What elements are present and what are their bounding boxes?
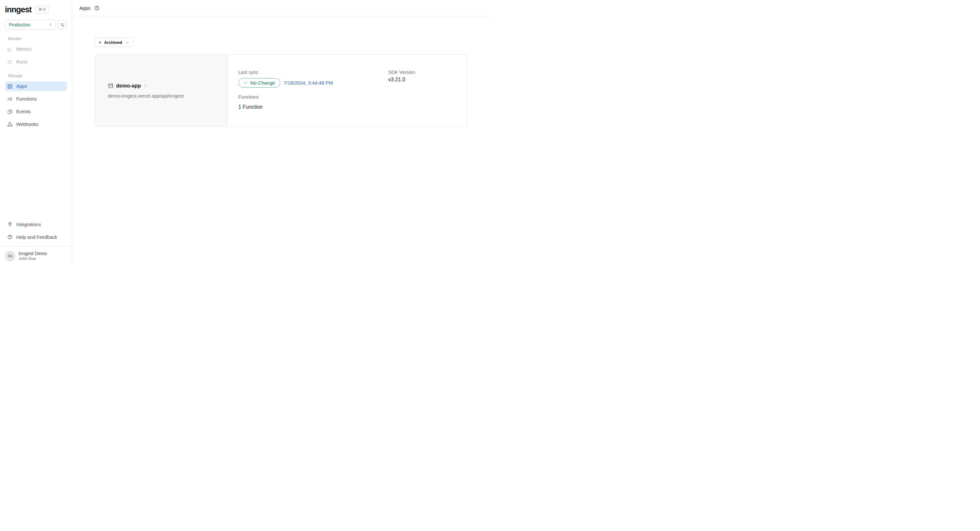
sync-time-link[interactable]: 7/18/2024, 3:44:48 PM: [283, 80, 333, 86]
last-sync-label: Last sync: [238, 70, 388, 75]
sidebar-item-runs[interactable]: Runs: [5, 57, 67, 67]
runs-list-icon: [7, 59, 13, 65]
sidebar-item-label: Apps: [16, 84, 27, 89]
sidebar-item-webhooks[interactable]: Webhooks: [5, 120, 67, 129]
archive-filter-value: Archived: [104, 40, 122, 45]
sliders-icon: [60, 22, 65, 27]
last-sync-value: No Change 7/18/2024, 3:44:48 PM: [238, 78, 388, 88]
sidebar-item-label: Runs: [16, 59, 27, 64]
webhook-icon: [7, 122, 13, 127]
help-circle-icon[interactable]: [94, 5, 100, 11]
environment-select[interactable]: Production: [5, 20, 56, 30]
app-card-details: Last sync SDK Version No Change 7/18/202…: [228, 55, 467, 127]
nav-section-manage-label: Manage: [8, 73, 67, 78]
grid-shapes-icon: [7, 84, 13, 89]
archive-filter-dropdown[interactable]: Archived: [95, 38, 134, 47]
sidebar-item-label: Functions: [16, 96, 37, 102]
chevron-right-icon: [143, 84, 148, 88]
sidebar-item-functions[interactable]: Functions: [5, 94, 67, 104]
status-dot-icon: [99, 41, 101, 44]
chevron-down-icon: [125, 40, 129, 45]
user-name: John Doe: [19, 257, 47, 262]
nav-section-monitor-label: Monitor: [8, 37, 67, 41]
sidebar-item-label: Metrics: [16, 46, 32, 52]
page-title: Apps: [80, 5, 91, 11]
app-url: demo-inngest.vercel.app/api/inngest: [108, 93, 228, 99]
main-area: Apps Archived: [72, 0, 490, 266]
function-list-icon: [7, 96, 13, 102]
sidebar-item-metrics[interactable]: Metrics: [5, 44, 67, 54]
check-icon: [243, 81, 248, 85]
logo-row: inngest ⌘ K: [5, 5, 67, 14]
sidebar-item-integrations[interactable]: Integrations: [5, 220, 67, 230]
apps-content: Archived demo-app: [72, 16, 490, 127]
help-circle-icon: [7, 234, 13, 240]
sidebar-footer: Integrations Help and Feedback IN Innges…: [5, 220, 67, 262]
environment-select-value: Production: [9, 22, 30, 27]
app-meta-grid: Last sync SDK Version No Change 7/18/202…: [238, 70, 467, 88]
app-box-icon: [108, 83, 113, 88]
sidebar-item-label: Help and Feedback: [16, 234, 57, 240]
sdk-version-value: v3.21.0: [388, 75, 467, 88]
command-k-shortcut[interactable]: ⌘ K: [35, 6, 49, 14]
sidebar-item-label: Events: [16, 109, 30, 114]
environment-settings-button[interactable]: [58, 20, 67, 30]
sidebar-item-help-feedback[interactable]: Help and Feedback: [5, 232, 67, 242]
app-card-summary: demo-app demo-inngest.vercel.app/api/inn…: [95, 55, 228, 127]
copy-squares-icon: [7, 109, 13, 115]
user-menu[interactable]: IN Inngest Demo John Doe: [5, 247, 67, 262]
avatar: IN: [5, 251, 15, 261]
inngest-logo: inngest: [5, 6, 32, 14]
user-org: Inngest Demo: [19, 251, 47, 257]
app-card: demo-app demo-inngest.vercel.app/api/inn…: [95, 54, 467, 127]
sync-status-text: No Change: [250, 80, 275, 86]
sidebar-item-label: Integrations: [16, 222, 41, 227]
app-name: demo-app: [116, 83, 141, 89]
nav-monitor: Metrics Runs: [5, 44, 67, 67]
topbar: Apps: [72, 0, 490, 16]
app-name-link[interactable]: demo-app: [108, 83, 228, 89]
chart-line-icon: [7, 46, 13, 52]
sync-status-badge: No Change: [238, 78, 280, 88]
nav-manage: Apps Functions Events: [5, 81, 67, 129]
sidebar: inngest ⌘ K Production Monitor: [0, 0, 72, 266]
sidebar-item-apps[interactable]: Apps: [5, 81, 67, 91]
sidebar-item-label: Webhooks: [16, 122, 38, 127]
sidebar-item-events[interactable]: Events: [5, 107, 67, 116]
environment-row: Production: [5, 20, 67, 30]
sdk-version-label: SDK Version: [388, 70, 467, 75]
functions-count: 1 Function: [238, 104, 467, 110]
functions-label: Functions: [238, 94, 467, 100]
user-info: Inngest Demo John Doe: [19, 251, 47, 262]
plug-icon: [7, 222, 13, 227]
chevrons-up-down-icon: [48, 22, 52, 27]
